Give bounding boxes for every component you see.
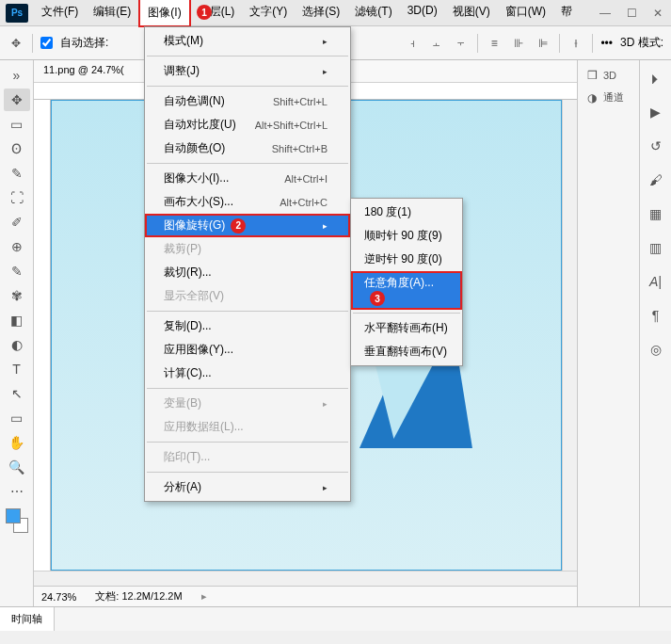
- healing-tool[interactable]: ⊕: [4, 235, 30, 258]
- layers-icon[interactable]: ▥: [646, 237, 666, 258]
- quick-select-tool[interactable]: ✎: [4, 162, 30, 185]
- paragraph-icon[interactable]: ¶: [646, 305, 666, 326]
- history-icon[interactable]: ↺: [646, 136, 666, 156]
- more-icon[interactable]: •••: [600, 37, 613, 50]
- menu-image-rotation[interactable]: 图像旋转(G)2▸: [145, 214, 350, 237]
- separator: [559, 34, 560, 53]
- menu-adjustments[interactable]: 调整(J)▸: [145, 59, 350, 83]
- doc-info[interactable]: 文档: 12.2M/12.2M: [95, 589, 182, 604]
- menu-edit[interactable]: 编辑(E): [86, 0, 138, 26]
- status-bar: 24.73% 文档: 12.2M/12.2M ▸: [34, 586, 577, 606]
- separator: [592, 34, 593, 53]
- rotate-arbitrary[interactable]: 任意角度(A)...3: [351, 271, 462, 310]
- window-controls: — ☐ ✕: [592, 2, 671, 24]
- menu-reveal-all: 显示全部(V): [145, 284, 350, 308]
- gradient-tool[interactable]: ◐: [4, 333, 30, 356]
- rotate-90-ccw[interactable]: 逆时针 90 度(0): [351, 248, 462, 271]
- menu-crop: 裁剪(P): [145, 237, 350, 261]
- separator: [147, 163, 348, 164]
- distribute-icon[interactable]: ⊫: [535, 35, 551, 52]
- align-icon[interactable]: ⫞: [404, 35, 421, 52]
- eraser-tool[interactable]: ◧: [4, 309, 30, 331]
- brush-tool[interactable]: ✎: [4, 260, 30, 282]
- maximize-button[interactable]: ☐: [618, 2, 645, 24]
- menu-duplicate[interactable]: 复制(D)...: [145, 314, 350, 338]
- character-icon[interactable]: A|: [646, 271, 666, 292]
- distribute-icon[interactable]: ⫲: [567, 35, 584, 52]
- edit-toolbar[interactable]: ⋯: [4, 480, 30, 503]
- channels-icon: ◑: [585, 91, 599, 105]
- eyedropper-tool[interactable]: ✐: [4, 211, 30, 233]
- menu-trim[interactable]: 裁切(R)...: [145, 261, 350, 284]
- menu-select[interactable]: 选择(S): [295, 0, 347, 26]
- align-icon[interactable]: ⫟: [453, 35, 470, 52]
- crop-tool[interactable]: ⛶: [4, 186, 30, 209]
- menu-apply-image[interactable]: 应用图像(Y)...: [145, 338, 350, 362]
- app-logo: Ps: [6, 4, 28, 23]
- collapse-icon[interactable]: ⏵: [646, 68, 666, 89]
- panel-3d[interactable]: ❒3D: [582, 66, 635, 85]
- close-button[interactable]: ✕: [645, 2, 671, 24]
- path-tool[interactable]: ↖: [4, 382, 30, 405]
- align-icon[interactable]: ⫠: [428, 35, 445, 52]
- foreground-color-swatch[interactable]: [6, 508, 21, 523]
- swatches-icon[interactable]: ▦: [646, 203, 666, 224]
- rotate-90-cw[interactable]: 顺时针 90 度(9): [351, 224, 462, 248]
- menu-view[interactable]: 视图(V): [445, 0, 498, 26]
- tools-panel: » ✥ ▭ ʘ ✎ ⛶ ✐ ⊕ ✎ ✾ ◧ ◐ T ↖ ▭ ✋ 🔍 ⋯: [0, 60, 34, 606]
- menu-auto-tone[interactable]: 自动色调(N)Shift+Ctrl+L: [145, 89, 350, 113]
- type-tool[interactable]: T: [4, 358, 30, 380]
- menu-canvas-size[interactable]: 画布大小(S)...Alt+Ctrl+C: [145, 190, 350, 214]
- brush-icon[interactable]: 🖌: [646, 169, 666, 190]
- menu-3d[interactable]: 3D(D): [400, 0, 445, 26]
- clone-tool[interactable]: ✾: [4, 284, 30, 307]
- hand-tool[interactable]: ✋: [4, 431, 30, 454]
- zoom-level[interactable]: 24.73%: [41, 591, 76, 603]
- menubar: 文件(F) 编辑(E) 图像(I) 图层(L) 文字(Y) 选择(S) 滤镜(T…: [34, 0, 592, 26]
- distribute-icon[interactable]: ≡: [486, 35, 503, 52]
- auto-select-checkbox[interactable]: [40, 37, 53, 49]
- menu-help[interactable]: 帮: [553, 0, 580, 26]
- rotate-180[interactable]: 180 度(1): [351, 201, 462, 224]
- menu-trap: 陷印(T)...: [145, 445, 350, 469]
- menu-calculations[interactable]: 计算(C)...: [145, 362, 350, 385]
- menu-auto-contrast[interactable]: 自动对比度(U)Alt+Shift+Ctrl+L: [145, 113, 350, 137]
- menu-filter[interactable]: 滤镜(T): [347, 0, 399, 26]
- panels-dock: ❒3D ◑通道 ⏵ ▶ ↺ 🖌 ▦ ▥ A| ¶ ◎: [577, 60, 671, 606]
- timeline-tab[interactable]: 时间轴: [0, 607, 55, 631]
- distribute-icon[interactable]: ⊪: [510, 35, 527, 52]
- menu-file[interactable]: 文件(F): [34, 0, 86, 26]
- auto-select-label: 自动选择:: [60, 35, 108, 51]
- menu-image[interactable]: 图像(I): [138, 0, 190, 27]
- titlebar: Ps 文件(F) 编辑(E) 图像(I) 图层(L) 文字(Y) 选择(S) 滤…: [0, 0, 671, 26]
- flip-vertical[interactable]: 垂直翻转画布(V): [351, 340, 462, 363]
- menu-image-size[interactable]: 图像大小(I)...Alt+Ctrl+I: [145, 167, 350, 190]
- move-tool[interactable]: ✥: [4, 89, 30, 111]
- menu-analysis[interactable]: 分析(A)▸: [145, 475, 350, 499]
- menu-mode[interactable]: 模式(M)▸: [145, 29, 350, 53]
- menu-variables: 变量(B)▸: [145, 392, 350, 415]
- minimize-button[interactable]: —: [592, 2, 618, 24]
- annotation-badge-2: 2: [231, 218, 246, 233]
- menu-type[interactable]: 文字(Y): [242, 0, 295, 26]
- chevron-right-icon[interactable]: ▸: [201, 590, 207, 603]
- menu-apply-dataset: 应用数据组(L)...: [145, 415, 350, 439]
- marquee-tool[interactable]: ▭: [4, 113, 30, 136]
- collapse-icon[interactable]: »: [4, 64, 30, 87]
- shape-tool[interactable]: ▭: [4, 407, 30, 429]
- menu-auto-color[interactable]: 自动颜色(O)Shift+Ctrl+B: [145, 137, 350, 160]
- zoom-tool[interactable]: 🔍: [4, 456, 30, 478]
- color-swatches[interactable]: [4, 508, 30, 535]
- separator: [147, 86, 348, 87]
- ruler-vertical: [34, 100, 51, 571]
- lasso-tool[interactable]: ʘ: [4, 137, 30, 160]
- panel-channels[interactable]: ◑通道: [582, 88, 635, 107]
- separator: [147, 56, 348, 56]
- menu-window[interactable]: 窗口(W): [498, 0, 553, 26]
- flip-horizontal[interactable]: 水平翻转画布(H): [351, 316, 462, 340]
- cc-icon[interactable]: ◎: [646, 339, 666, 360]
- 3d-mode-label: 3D 模式:: [620, 35, 663, 51]
- play-icon[interactable]: ▶: [646, 102, 666, 122]
- scrollbar-horizontal[interactable]: [34, 571, 577, 586]
- scrollbar-vertical[interactable]: [562, 100, 577, 571]
